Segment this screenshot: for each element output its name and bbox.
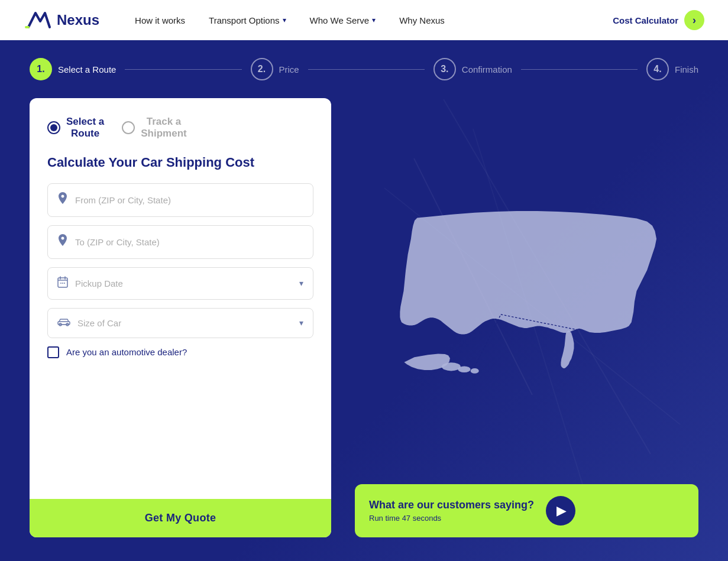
logo[interactable]: Nexus bbox=[24, 8, 99, 32]
form-card: Select aRoute Track aShipment Calculate … bbox=[30, 98, 331, 537]
car-icon bbox=[57, 317, 70, 329]
track-shipment-tab[interactable]: Track aShipment bbox=[122, 116, 186, 140]
step-1-circle: 1. bbox=[30, 58, 52, 80]
steps-bar: 1. Select a Route 2. Price 3. Confirmati… bbox=[30, 58, 698, 80]
step-3-circle: 3. bbox=[433, 58, 456, 80]
chevron-down-icon: ▾ bbox=[299, 318, 303, 327]
svg-point-12 bbox=[442, 362, 461, 371]
select-route-label: Select aRoute bbox=[66, 116, 104, 140]
nav-links: How it works Transport Options ▾ Who We … bbox=[135, 15, 613, 25]
pickup-date-field[interactable]: Pickup Date ▾ bbox=[47, 267, 313, 300]
dealer-checkbox[interactable] bbox=[47, 346, 59, 358]
chevron-down-icon: ▾ bbox=[372, 16, 376, 24]
location-from-icon bbox=[57, 192, 68, 208]
car-size-text: Size of Car bbox=[77, 318, 292, 328]
select-route-radio[interactable] bbox=[47, 121, 60, 134]
chevron-down-icon: ▾ bbox=[299, 278, 303, 288]
step-1-label: Select a Route bbox=[58, 64, 116, 74]
svg-point-6 bbox=[60, 283, 62, 284]
chevron-down-icon: ▾ bbox=[283, 16, 286, 24]
step-line-3 bbox=[521, 69, 638, 70]
testimonial-card: What are our customers saying? Run time … bbox=[355, 484, 698, 537]
step-3: 3. Confirmation bbox=[433, 58, 512, 80]
svg-point-8 bbox=[64, 283, 65, 284]
step-4: 4. Finish bbox=[646, 58, 698, 80]
navbar: Nexus How it works Transport Options ▾ W… bbox=[0, 0, 728, 40]
step-2-circle: 2. bbox=[251, 58, 273, 80]
from-field[interactable] bbox=[47, 183, 313, 217]
from-input[interactable] bbox=[75, 195, 303, 205]
content-grid: Select aRoute Track aShipment Calculate … bbox=[30, 98, 698, 537]
form-tabs: Select aRoute Track aShipment bbox=[47, 116, 313, 140]
calendar-icon bbox=[57, 276, 68, 291]
logo-text: Nexus bbox=[57, 12, 99, 28]
step-2-label: Price bbox=[279, 64, 299, 74]
play-icon: ▶ bbox=[556, 503, 567, 518]
svg-point-7 bbox=[62, 283, 63, 284]
to-input[interactable] bbox=[75, 237, 303, 247]
nav-how-it-works[interactable]: How it works bbox=[135, 15, 185, 25]
step-4-circle: 4. bbox=[646, 58, 669, 80]
play-button[interactable]: ▶ bbox=[546, 496, 575, 526]
us-map-container bbox=[355, 104, 698, 472]
nav-why-nexus[interactable]: Why Nexus bbox=[399, 15, 445, 25]
main-area: 1. Select a Route 2. Price 3. Confirmati… bbox=[0, 40, 728, 561]
location-to-icon bbox=[57, 234, 68, 250]
dealer-checkbox-row: Are you an automotive dealer? bbox=[47, 346, 313, 358]
calculator-icon: › bbox=[684, 10, 704, 30]
dealer-label: Are you an automotive dealer? bbox=[66, 347, 187, 357]
car-size-field[interactable]: Size of Car ▾ bbox=[47, 308, 313, 338]
track-shipment-radio[interactable] bbox=[122, 121, 135, 134]
testimonial-text: What are our customers saying? Run time … bbox=[369, 499, 534, 523]
svg-point-13 bbox=[458, 366, 470, 372]
step-line-2 bbox=[308, 69, 425, 70]
get-quote-button[interactable]: Get My Quote bbox=[30, 499, 331, 537]
step-4-label: Finish bbox=[675, 64, 698, 74]
nav-transport-options[interactable]: Transport Options ▾ bbox=[209, 15, 286, 25]
cost-calculator-button[interactable]: Cost Calculator › bbox=[613, 10, 704, 30]
svg-point-4 bbox=[62, 237, 64, 239]
us-map bbox=[370, 189, 684, 388]
testimonial-subtitle: Run time 47 seconds bbox=[369, 514, 534, 523]
pickup-date-text: Pickup Date bbox=[75, 278, 292, 288]
track-shipment-label: Track aShipment bbox=[141, 116, 186, 140]
logo-icon bbox=[24, 8, 52, 32]
step-2: 2. Price bbox=[251, 58, 299, 80]
select-route-tab[interactable]: Select aRoute bbox=[47, 116, 104, 140]
svg-point-14 bbox=[470, 368, 478, 374]
to-field[interactable] bbox=[47, 225, 313, 259]
nav-who-we-serve[interactable]: Who We Serve ▾ bbox=[310, 15, 376, 25]
step-3-label: Confirmation bbox=[462, 64, 512, 74]
right-side: What are our customers saying? Run time … bbox=[355, 98, 698, 537]
step-line-1 bbox=[125, 69, 241, 70]
step-1: 1. Select a Route bbox=[30, 58, 116, 80]
testimonial-title: What are our customers saying? bbox=[369, 499, 534, 511]
form-title: Calculate Your Car Shipping Cost bbox=[47, 155, 313, 170]
